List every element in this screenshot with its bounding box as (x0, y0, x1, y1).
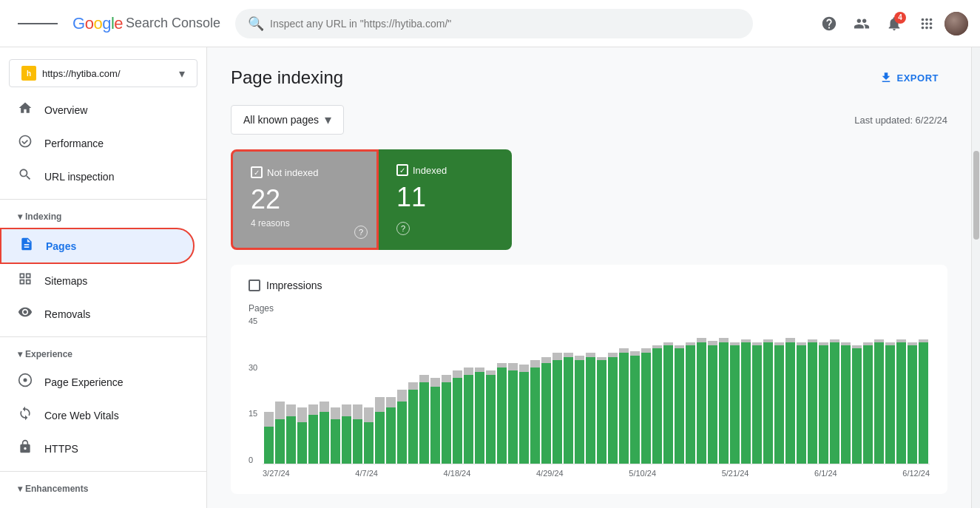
topbar: Google Search Console 🔍 4 (0, 0, 980, 47)
bar-gray (430, 378, 440, 387)
impressions-label: Impressions (266, 280, 322, 291)
bar-group (331, 407, 340, 464)
bar-green (375, 412, 385, 464)
sidebar-label-pages: Pages (46, 240, 76, 252)
bar-group (397, 390, 407, 464)
card-not-indexed[interactable]: ✓ Not indexed 22 4 reasons ? (231, 149, 379, 250)
x-label-1: 3/27/24 (263, 469, 290, 478)
export-button[interactable]: EXPORT (871, 65, 947, 90)
bar-green (497, 368, 507, 464)
enhancements-chevron: ▾ (18, 484, 22, 494)
sidebar-item-performance[interactable]: Performance (0, 126, 195, 160)
bar-green (785, 342, 795, 464)
bar-green (641, 353, 651, 464)
avatar-image (944, 12, 968, 35)
main-layout: h https://hytiba.com/ ▾ Overview Perform… (0, 47, 980, 508)
bar-group (264, 412, 274, 464)
card-indexed[interactable]: ✓ Indexed 11 ? (379, 149, 512, 250)
content-area: Page indexing EXPORT All known pages ▾ L… (207, 47, 971, 508)
bar-group (375, 397, 385, 464)
bar-green (475, 372, 484, 464)
bar-group (320, 402, 329, 464)
avatar[interactable] (944, 12, 968, 35)
bar-green (919, 342, 928, 464)
bar-green (852, 348, 862, 464)
bar-green (419, 382, 429, 464)
topbar-icons: 4 (814, 9, 968, 38)
scrollbar-thumb[interactable] (973, 151, 979, 240)
bar-group (353, 404, 362, 464)
y-value-0: 0 (249, 455, 263, 464)
hamburger-menu[interactable] (12, 15, 64, 33)
bar-gray (331, 407, 340, 419)
search-input[interactable] (270, 18, 740, 30)
sidebar-item-pages[interactable]: Pages (0, 228, 195, 264)
export-label: EXPORT (897, 72, 939, 84)
sidebar-item-core-web-vitals[interactable]: Core Web Vitals (0, 399, 195, 432)
bar-green (530, 368, 540, 464)
card-not-indexed-label-row: ✓ Not indexed (251, 166, 359, 178)
sidebar-item-removals[interactable]: Removals (0, 297, 195, 331)
bar-group (763, 339, 773, 464)
bar-gray (342, 404, 351, 416)
bar-group (386, 397, 396, 464)
impressions-row: Impressions (249, 280, 930, 291)
card-indexed-label-row: ✓ Indexed (396, 164, 494, 176)
bar-green (675, 348, 684, 464)
notifications-button[interactable]: 4 (879, 9, 909, 38)
sidebar-item-https[interactable]: HTTPS (0, 432, 195, 465)
filter-chevron-icon: ▾ (325, 112, 331, 128)
bar-green (320, 412, 329, 464)
scrollbar-track[interactable] (971, 47, 980, 508)
bar-gray (519, 365, 529, 372)
bar-group (442, 375, 451, 464)
card-indexed-count: 11 (396, 182, 494, 213)
bar-group (619, 348, 629, 464)
sidebar-item-url-inspection[interactable]: URL inspection (0, 160, 195, 193)
last-updated: Last updated: 6/22/24 (854, 115, 947, 126)
bar-green (730, 345, 740, 464)
site-url: https://hytiba.com/ (42, 68, 173, 79)
bar-green (774, 345, 784, 464)
bar-gray (353, 404, 362, 419)
core-web-vitals-icon (18, 406, 33, 424)
bar-group (896, 339, 906, 464)
site-selector[interactable]: h https://hytiba.com/ ▾ (9, 59, 197, 87)
enhancements-section-label: Enhancements (25, 484, 88, 494)
nav-divider-3 (0, 471, 206, 472)
impressions-checkbox[interactable] (249, 280, 260, 291)
bar-group (708, 341, 717, 464)
bar-green (874, 342, 884, 464)
card-not-indexed-help-icon[interactable]: ? (354, 226, 368, 239)
indexing-chevron: ▾ (18, 211, 22, 222)
bar-green (486, 375, 496, 464)
sidebar-item-sitemaps[interactable]: Sitemaps (0, 264, 195, 297)
help-button[interactable] (814, 9, 844, 38)
bar-green (896, 342, 906, 464)
search-bar[interactable]: 🔍 (235, 9, 753, 38)
bar-green (331, 419, 340, 464)
bars-container (263, 316, 930, 464)
sidebar-item-breadcrumbs[interactable]: Breadcrumbs (0, 500, 195, 508)
sidebar-item-overview[interactable]: Overview (0, 93, 195, 126)
bar-group (608, 353, 618, 464)
card-indexed-help-icon[interactable]: ? (396, 222, 410, 235)
bar-green (519, 372, 529, 464)
bar-green (453, 378, 462, 464)
bar-gray (397, 390, 407, 402)
account-button[interactable] (847, 9, 876, 38)
chart-container: 45 30 15 0 3/27/24 4/7/24 4/18/24 4/29/2… (249, 316, 930, 479)
sidebar-item-page-experience[interactable]: Page Experience (0, 365, 195, 399)
bar-green (630, 356, 640, 464)
bar-green (652, 348, 662, 464)
bar-green (608, 357, 618, 464)
apps-button[interactable] (912, 9, 942, 38)
bar-group (819, 342, 828, 464)
bar-group (475, 368, 484, 464)
bar-group (830, 339, 839, 464)
logo[interactable]: Google Search Console (72, 14, 220, 33)
bar-green (597, 360, 606, 464)
bar-group (852, 345, 862, 464)
bar-group (530, 360, 540, 464)
filter-dropdown[interactable]: All known pages ▾ (231, 105, 344, 135)
